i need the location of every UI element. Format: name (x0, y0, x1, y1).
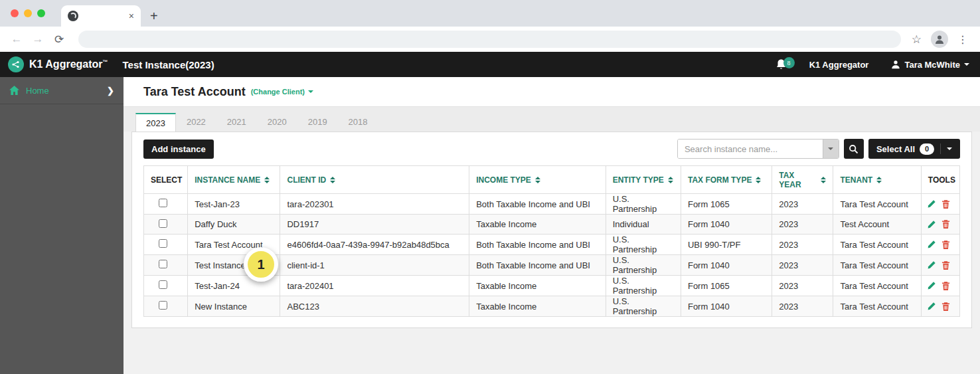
year-tab[interactable]: 2020 (257, 112, 297, 132)
year-tab[interactable]: 2021 (216, 112, 257, 132)
sort-icon[interactable] (264, 177, 270, 183)
sidebar-item-home[interactable]: Home ❯ (0, 77, 123, 104)
delete-icon[interactable] (941, 281, 950, 291)
add-instance-button[interactable]: Add instance (143, 140, 214, 159)
app-logo[interactable]: K1 Aggregator™ (8, 56, 108, 72)
new-tab-button[interactable]: + (150, 5, 158, 27)
search-button[interactable] (844, 139, 864, 159)
column-header[interactable]: ENTITY TYPE (606, 166, 681, 194)
cell-select (144, 276, 188, 296)
user-name: Tara McWhite (904, 60, 960, 70)
sort-icon[interactable] (876, 177, 882, 183)
client-header: Tara Test Account (Change Client) (123, 77, 980, 107)
year-tab[interactable]: 2022 (176, 112, 216, 132)
browser-profile-avatar[interactable] (931, 31, 948, 48)
cell-entity-type: U.S. Partnership (606, 255, 681, 276)
home-icon (9, 86, 19, 95)
browser-menu-icon[interactable]: ⋮ (957, 33, 968, 46)
reload-icon[interactable]: ⟳ (50, 33, 68, 47)
search-input[interactable] (678, 140, 823, 158)
column-header-label: SELECT (151, 175, 182, 185)
delete-icon[interactable] (941, 302, 950, 312)
cell-entity-type: U.S. Partnership (606, 296, 681, 317)
edit-icon[interactable] (927, 240, 936, 249)
year-tab[interactable]: 2019 (297, 112, 338, 132)
year-tab[interactable]: 2018 (338, 112, 378, 132)
window-close-button[interactable] (11, 9, 19, 17)
back-icon[interactable]: ← (8, 33, 25, 46)
header-app-name[interactable]: K1 Aggregator (809, 60, 869, 70)
row-select-checkbox[interactable] (159, 239, 167, 248)
column-header[interactable]: TAX FORM TYPE (681, 166, 772, 194)
row-select-checkbox[interactable] (159, 260, 167, 268)
year-tab[interactable]: 2023 (135, 113, 176, 132)
cell-tax-year: 2023 (772, 215, 833, 234)
change-client-button[interactable]: (Change Client) (251, 88, 313, 96)
forward-icon[interactable]: → (29, 33, 46, 46)
sort-icon[interactable] (330, 177, 335, 183)
cell-entity-type: U.S. Partnership (606, 194, 681, 215)
table-header-row: SELECT INSTANCE NAME (144, 166, 960, 194)
column-header[interactable]: SELECT (144, 166, 188, 194)
cell-select (144, 194, 188, 215)
column-header[interactable]: INSTANCE NAME (188, 166, 280, 194)
cell-tenant: Tara Test Account (833, 194, 921, 215)
column-header[interactable]: TAX YEAR (772, 166, 833, 194)
column-header[interactable]: CLIENT ID (280, 166, 469, 194)
delete-icon[interactable] (941, 199, 950, 209)
row-select-checkbox[interactable] (159, 301, 167, 310)
column-header-label: ENTITY TYPE (613, 175, 664, 185)
edit-icon[interactable] (927, 281, 936, 290)
column-header[interactable]: INCOME TYPE (469, 166, 606, 194)
notifications-button[interactable]: 8 (776, 58, 787, 70)
cell-tax-year: 2023 (772, 194, 833, 215)
sort-icon[interactable] (535, 177, 540, 183)
user-menu[interactable]: Tara McWhite (891, 60, 969, 70)
user-icon (891, 60, 900, 69)
chevron-down-icon[interactable] (947, 147, 952, 150)
column-header[interactable]: TENANT (833, 166, 921, 194)
sort-icon[interactable] (821, 177, 826, 183)
column-header-label: TENANT (840, 175, 872, 185)
select-all-label: Select All (876, 144, 915, 154)
edit-icon[interactable] (927, 302, 936, 311)
select-all-button[interactable]: Select All 0 (868, 139, 960, 159)
cell-income-type: Both Taxable Income and UBI (469, 234, 606, 255)
client-name: Tara Test Account (143, 85, 246, 99)
edit-icon[interactable] (927, 260, 936, 270)
bookmark-star-icon[interactable]: ☆ (912, 33, 922, 47)
window-zoom-button[interactable] (37, 9, 45, 17)
delete-icon[interactable] (941, 260, 950, 270)
cell-tax-year: 2023 (772, 276, 833, 296)
edit-icon[interactable] (927, 199, 936, 209)
row-select-checkbox[interactable] (159, 199, 167, 207)
row-select-checkbox[interactable] (159, 219, 167, 228)
edit-icon[interactable] (927, 220, 936, 229)
browser-toolbar: ← → ⟳ ☆ ⋮ (0, 27, 980, 52)
cell-client-id: e4606fd4-0aa7-439a-9947-b92ab48d5bca (280, 234, 469, 255)
tab-close-icon[interactable]: × (129, 11, 134, 21)
cell-select (144, 255, 188, 276)
chevron-right-icon[interactable]: ❯ (107, 86, 114, 96)
browser-tab[interactable]: × (61, 5, 141, 27)
main-content: Tara Test Account (Change Client) 2023 2… (123, 77, 980, 374)
cell-tax-form-type: Form 1065 (681, 276, 772, 296)
row-select-checkbox[interactable] (159, 280, 167, 289)
column-header[interactable]: TOOLS (921, 166, 959, 194)
cell-tenant: Tara Test Account (833, 276, 921, 296)
cell-tenant: Tara Test Account (833, 296, 921, 317)
browser-tab-bar: × + (0, 0, 980, 27)
cell-tenant: Tara Test Account (833, 255, 921, 276)
delete-icon[interactable] (941, 219, 950, 229)
window-minimize-button[interactable] (24, 9, 32, 17)
table-row: Daffy Duck DD1917 Taxable Income Individ… (144, 215, 960, 234)
cell-tax-year: 2023 (772, 255, 833, 276)
notification-count-badge: 8 (783, 57, 795, 68)
cell-tenant: Tara Test Account (833, 234, 921, 255)
cell-tax-form-type: Form 1040 (681, 215, 772, 234)
sort-icon[interactable] (756, 177, 761, 183)
search-options-dropdown[interactable] (823, 140, 839, 158)
delete-icon[interactable] (941, 240, 950, 250)
address-bar[interactable] (78, 31, 901, 48)
sort-icon[interactable] (668, 177, 673, 183)
